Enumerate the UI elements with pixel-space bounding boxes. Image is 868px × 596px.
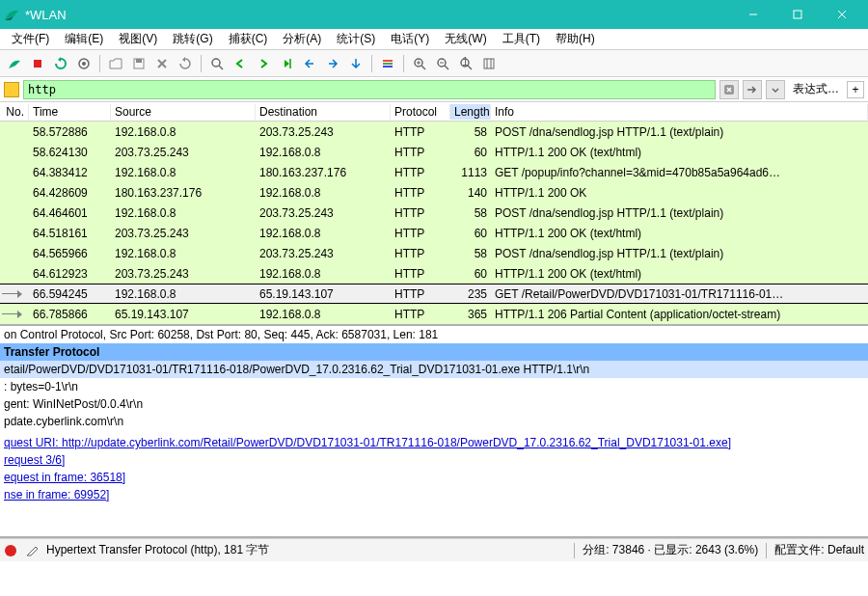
edit-icon[interactable] [25, 544, 39, 557]
toolbar-separator [99, 55, 100, 72]
packet-row[interactable]: 64.428609180.163.237.176192.168.0.8HTTP1… [0, 182, 868, 203]
toolbar-separator [403, 55, 404, 72]
status-separator [574, 543, 575, 558]
svg-text:1: 1 [462, 57, 469, 68]
menu-bar: 文件(F)编辑(E)视图(V)跳转(G)捕获(C)分析(A)统计(S)电话(Y)… [0, 29, 868, 50]
detail-line[interactable]: etail/PowerDVD/DVD171031-01/TR171116-018… [0, 361, 868, 378]
reload-button[interactable] [175, 53, 196, 74]
zoom-reset-button[interactable]: 1 [455, 53, 476, 74]
zoom-out-button[interactable] [432, 53, 453, 74]
menu-item[interactable]: 帮助(H) [548, 29, 603, 49]
bookmark-icon[interactable] [4, 82, 19, 97]
related-packet-arrow-icon [0, 284, 29, 304]
go-first-button[interactable] [299, 53, 320, 74]
packet-row[interactable]: 64.518161203.73.25.243192.168.0.8HTTP60H… [0, 223, 868, 243]
minimize-button[interactable] [731, 0, 775, 29]
resize-columns-button[interactable] [478, 53, 500, 74]
detail-line[interactable]: quest URI: http://update.cyberlink.com/R… [0, 434, 868, 451]
column-protocol[interactable]: Protocol [391, 104, 450, 120]
column-info[interactable]: Info [491, 104, 868, 120]
find-packet-button[interactable] [206, 53, 228, 74]
toolbar-separator [371, 55, 372, 72]
packet-details-pane[interactable]: on Control Protocol, Src Port: 60258, Ds… [0, 326, 868, 538]
packet-row[interactable]: 64.565966192.168.0.8203.73.25.243HTTP58P… [0, 243, 868, 263]
svg-rect-16 [383, 66, 393, 68]
colorize-button[interactable] [377, 53, 398, 74]
svg-line-18 [421, 66, 425, 69]
start-capture-button[interactable] [4, 53, 25, 74]
go-back-button[interactable] [230, 53, 251, 74]
menu-item[interactable]: 文件(F) [4, 29, 57, 49]
svg-point-11 [212, 59, 220, 67]
svg-rect-27 [484, 59, 494, 68]
menu-item[interactable]: 分析(A) [275, 29, 329, 49]
detail-line[interactable]: Transfer Protocol [0, 343, 868, 361]
status-profile[interactable]: 配置文件: Default [774, 542, 864, 558]
packet-row[interactable]: 64.612923203.73.25.243192.168.0.8HTTP60H… [0, 263, 868, 284]
status-packets: 分组: 73846 · 已显示: 2643 (3.6%) [583, 542, 758, 558]
menu-item[interactable]: 电话(Y) [383, 29, 437, 49]
menu-item[interactable]: 统计(S) [329, 29, 383, 49]
window-title: *WLAN [25, 8, 731, 22]
detail-line[interactable]: on Control Protocol, Src Port: 60258, Ds… [0, 326, 868, 343]
clear-filter-button[interactable] [719, 80, 739, 99]
svg-point-6 [82, 62, 86, 66]
stop-capture-button[interactable] [27, 53, 48, 74]
detail-line[interactable]: pdate.cyberlink.com\r\n [0, 413, 868, 430]
app-icon [4, 7, 19, 22]
expression-button[interactable]: 表达式… [789, 81, 843, 97]
detail-line[interactable]: request 3/6] [0, 451, 868, 469]
menu-item[interactable]: 捕获(C) [221, 29, 276, 49]
menu-item[interactable]: 编辑(E) [57, 29, 111, 49]
svg-rect-4 [34, 60, 41, 68]
packet-row[interactable]: 64.383412192.168.0.8180.163.237.176HTTP1… [0, 162, 868, 182]
status-separator [766, 543, 767, 558]
packet-row[interactable]: 66.594245192.168.0.865.19.143.107HTTP235… [0, 284, 868, 304]
detail-line[interactable]: : bytes=0-1\r\n [0, 378, 868, 395]
save-file-button[interactable] [128, 53, 149, 74]
detail-line[interactable]: nse in frame: 69952] [0, 486, 868, 503]
svg-point-33 [5, 545, 16, 556]
close-file-button[interactable] [151, 53, 173, 74]
capture-options-button[interactable] [73, 53, 95, 74]
status-main: Hypertext Transfer Protocol (http), 181 … [46, 542, 269, 558]
svg-rect-14 [383, 60, 393, 62]
filter-dropdown-button[interactable] [766, 80, 785, 99]
column-destination[interactable]: Destination [256, 104, 391, 120]
open-file-button[interactable] [105, 53, 126, 74]
menu-item[interactable]: 跳转(G) [165, 29, 220, 49]
svg-line-12 [219, 66, 223, 69]
auto-scroll-button[interactable] [345, 53, 366, 74]
detail-line[interactable]: gent: WinINetPost/0.0.4\r\n [0, 395, 868, 413]
packet-row[interactable]: 58.572886192.168.0.8203.73.25.243HTTP58P… [0, 122, 868, 142]
column-no[interactable]: No. [0, 104, 29, 120]
zoom-in-button[interactable] [409, 53, 430, 74]
restart-capture-button[interactable] [50, 53, 71, 74]
column-source[interactable]: Source [111, 104, 256, 120]
column-length[interactable]: Length [450, 104, 491, 120]
apply-filter-button[interactable] [743, 80, 762, 99]
add-filter-button[interactable]: + [847, 81, 864, 98]
packet-list-pane[interactable]: No. Time Source Destination Protocol Len… [0, 102, 868, 326]
menu-item[interactable]: 视图(V) [111, 29, 165, 49]
go-to-packet-button[interactable] [276, 53, 297, 74]
packet-row[interactable]: 58.624130203.73.25.243192.168.0.8HTTP60H… [0, 142, 868, 162]
display-filter-input[interactable] [23, 80, 716, 99]
packet-list-header[interactable]: No. Time Source Destination Protocol Len… [0, 102, 868, 122]
menu-item[interactable]: 无线(W) [437, 29, 494, 49]
svg-rect-1 [794, 11, 801, 18]
status-bar: Hypertext Transfer Protocol (http), 181 … [0, 538, 868, 561]
detail-line[interactable]: equest in frame: 36518] [0, 469, 868, 486]
go-last-button[interactable] [322, 53, 343, 74]
packet-row[interactable]: 64.464601192.168.0.8203.73.25.243HTTP58P… [0, 203, 868, 223]
expert-info-icon[interactable] [4, 544, 17, 557]
go-forward-button[interactable] [253, 53, 274, 74]
column-time[interactable]: Time [29, 104, 111, 120]
related-packet-arrow-icon [0, 304, 29, 324]
close-button[interactable] [820, 0, 864, 29]
maximize-button[interactable] [775, 0, 820, 29]
title-bar: *WLAN [0, 0, 868, 29]
svg-rect-8 [136, 59, 142, 63]
menu-item[interactable]: 工具(T) [495, 29, 548, 49]
packet-row[interactable]: 66.78586665.19.143.107192.168.0.8HTTP365… [0, 304, 868, 324]
